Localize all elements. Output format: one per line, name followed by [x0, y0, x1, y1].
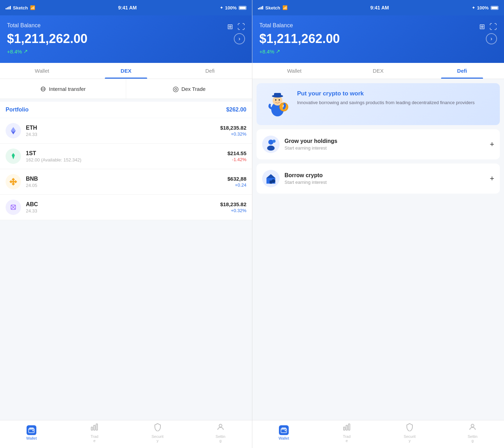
1st-coin-info: 1ST 162.00 (Available: 152.342)	[26, 150, 228, 162]
tab-wallet-left[interactable]: Wallet	[0, 63, 84, 79]
dex-content: ⊖ Internal transfer ◎ Dex Trade Portfoli…	[0, 79, 252, 420]
nav-trade-label-right: Trad e	[343, 434, 351, 443]
bluetooth-icon: ✦	[220, 6, 223, 10]
borrow-crypto-card[interactable]: Borrow crypto Start earning interest +	[257, 164, 500, 194]
svg-point-28	[267, 146, 275, 151]
nav-security-left[interactable]: Securit y	[126, 423, 189, 442]
settings-nav-icon	[216, 423, 225, 433]
nav-wallet-label-right: Wallet	[279, 436, 289, 440]
balance-row: $1,211,262.00 ›	[7, 31, 245, 46]
abc-coin-icon	[6, 200, 21, 215]
table-row[interactable]: BNB 24.05 $632,88 +0.24	[0, 169, 252, 195]
internal-transfer-button[interactable]: ⊖ Internal transfer	[0, 79, 126, 99]
defi-content: $ Put your crypto to work Innovative bor…	[252, 79, 504, 420]
tabs-right: Wallet DEX Defi	[252, 63, 504, 79]
battery-percent: 100%	[225, 5, 237, 10]
balance-change: +8.4% ↗	[7, 48, 245, 55]
portfolio-label: Portfolio	[6, 107, 29, 113]
svg-line-11	[11, 207, 14, 210]
bnb-amount: 24.05	[26, 183, 228, 188]
tab-dex-left[interactable]: DEX	[84, 63, 168, 79]
tab-defi-left[interactable]: Defi	[168, 63, 252, 79]
grow-holdings-card[interactable]: Grow your holdings Start earning interes…	[257, 129, 500, 159]
svg-point-18	[219, 424, 222, 427]
nav-settings-label-right: Settin g	[468, 434, 477, 443]
tab-defi-right[interactable]: Defi	[420, 63, 504, 79]
svg-marker-2	[12, 153, 15, 159]
bottom-nav-left: Wallet Trad e Securit y	[0, 420, 252, 448]
balance-amount: $1,211,262.00	[7, 31, 87, 46]
grow-holdings-info: Grow your holdings Start earning interes…	[285, 138, 485, 151]
balance-header-right: ⊞ ⛶ Total Balance $1,211,262.00 › +8.4% …	[252, 15, 504, 63]
abc-amount: 24.33	[26, 208, 220, 214]
nav-settings-right[interactable]: Settin g	[441, 423, 504, 442]
dex-trade-button[interactable]: ◎ Dex Trade	[126, 79, 252, 99]
signal-icon-right	[258, 6, 263, 9]
status-left-right: Sketch 📶	[258, 5, 288, 10]
trade-label: Dex Trade	[181, 86, 206, 92]
status-bar-left: Sketch 📶 9:41 AM ✦ 100%	[0, 0, 252, 15]
svg-rect-36	[344, 427, 345, 430]
nav-trade-left[interactable]: Trad e	[63, 423, 126, 442]
svg-rect-14	[33, 430, 34, 431]
nav-settings-label: Settin g	[216, 434, 225, 443]
table-row[interactable]: ETH 24.33 $18,235.82 +0.32%	[0, 118, 252, 144]
1st-amount: 162.00 (Available: 152.342)	[26, 157, 228, 162]
defi-phone-screen: Sketch 📶 9:41 AM ✦ 100% ⊞ ⛶ Total Balanc…	[252, 0, 504, 448]
nav-settings-left[interactable]: Settin g	[189, 423, 252, 442]
1st-values: $214.55 -1.42%	[228, 150, 246, 162]
table-row[interactable]: ABC 24.33 $18,235.82 +0.32%	[0, 195, 252, 220]
balance-arrow-button-right[interactable]: ›	[486, 33, 497, 44]
nav-security-right[interactable]: Securit y	[378, 423, 441, 442]
trade-nav-icon-right	[343, 423, 351, 433]
bnb-usd: $632,88	[228, 176, 246, 182]
borrow-crypto-plus-button[interactable]: +	[490, 174, 494, 183]
abc-change: +0.32%	[220, 208, 246, 213]
grow-holdings-plus-button[interactable]: +	[490, 140, 494, 149]
svg-rect-22	[274, 93, 281, 96]
security-nav-icon	[154, 423, 161, 433]
nav-wallet-right[interactable]: Wallet	[252, 423, 315, 442]
balance-arrow-button[interactable]: ›	[234, 33, 245, 44]
tab-dex-right[interactable]: DEX	[336, 63, 420, 79]
eth-name: ETH	[26, 125, 220, 131]
trade-nav-icon	[90, 423, 99, 433]
svg-rect-15	[91, 427, 93, 430]
nav-security-label-right: Securit y	[404, 434, 416, 443]
borrow-crypto-info: Borrow crypto Start earning interest	[285, 172, 485, 185]
nav-trade-right[interactable]: Trad e	[315, 423, 378, 442]
svg-rect-38	[348, 424, 350, 430]
table-row[interactable]: 1ST 162.00 (Available: 152.342) $214.55 …	[0, 144, 252, 169]
svg-rect-7	[12, 180, 15, 183]
defi-hero-desc: Innovative borrowing and savings product…	[297, 99, 475, 106]
nav-wallet-left[interactable]: Wallet	[0, 423, 63, 442]
total-balance-label: Total Balance	[7, 22, 245, 29]
defi-character-illustration: $	[264, 90, 291, 118]
defi-hero-card: $ Put your crypto to work Innovative bor…	[257, 83, 500, 125]
eth-values: $18,235.82 +0.32%	[220, 125, 246, 137]
battery-icon	[239, 6, 246, 10]
eth-change: +0.32%	[220, 131, 246, 137]
eth-coin-icon	[6, 123, 21, 138]
svg-point-29	[273, 140, 276, 143]
defi-hero-title: Put your crypto to work	[297, 90, 475, 97]
wifi-icon: 📶	[30, 5, 35, 10]
time-label: 9:41 AM	[118, 5, 137, 10]
trade-icon: ◎	[173, 85, 179, 93]
svg-rect-35	[285, 430, 286, 431]
wifi-icon-right: 📶	[282, 5, 288, 10]
coin-list: ETH 24.33 $18,235.82 +0.32% 1ST	[0, 118, 252, 220]
tab-wallet-right[interactable]: Wallet	[252, 63, 336, 79]
grow-holdings-title: Grow your holdings	[285, 138, 485, 144]
svg-point-26	[279, 99, 280, 101]
defi-hero-text: Put your crypto to work Innovative borro…	[297, 90, 475, 106]
balance-change-right: +8.4% ↗	[259, 48, 497, 55]
status-left: Sketch 📶	[6, 5, 35, 10]
balance-amount-right: $1,211,262.00	[259, 31, 340, 46]
status-right: ✦ 100%	[220, 5, 246, 10]
transfer-icon: ⊖	[40, 85, 46, 93]
wallet-nav-icon-right	[279, 425, 289, 435]
nav-security-label: Securit y	[152, 434, 164, 443]
status-bar-right: Sketch 📶 9:41 AM ✦ 100%	[252, 0, 504, 15]
svg-line-12	[13, 207, 16, 210]
